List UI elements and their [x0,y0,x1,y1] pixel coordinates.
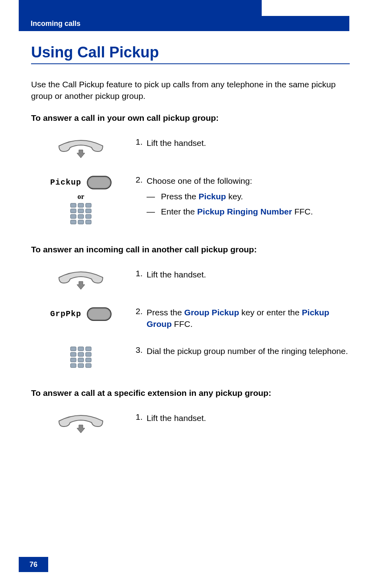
svg-rect-12 [78,220,84,224]
step-text: Choose one of the following: — Press the… [147,175,350,220]
dash: — [147,206,161,217]
step-row: GrpPkp 2. Press the Group Pickup key or … [31,307,350,330]
step-row: Pickup or 2. Choose one of the following… [31,175,350,225]
icon-column [31,269,131,291]
step-number: 1. [131,412,147,422]
step-row: 1. Lift the handset. [31,412,350,435]
or-separator: or [78,193,84,201]
svg-rect-20 [78,352,84,356]
sub-text: Enter the Pickup Ringing Number FFC. [161,206,350,217]
svg-rect-17 [78,347,84,351]
softkey-row: GrpPkp [50,307,112,321]
page-title: Using Call Pickup [31,44,350,64]
svg-rect-10 [86,214,91,218]
svg-rect-11 [71,220,76,224]
key-name: Group Pickup [184,308,239,317]
sub-item: — Press the Pickup key. [147,191,350,202]
svg-rect-21 [86,352,91,356]
step-text: Dial the pickup group number of the ring… [147,345,350,357]
svg-rect-18 [86,347,91,351]
softkey-label: GrpPkp [50,309,81,319]
svg-rect-16 [71,347,76,351]
svg-rect-2 [71,203,76,207]
step-number: 3. [131,345,147,355]
section3-heading: To answer a call at a specific extension… [31,388,350,398]
svg-rect-3 [78,203,84,207]
sub-text: Press the Pickup key. [161,191,350,202]
svg-rect-15 [88,309,110,319]
step-text: Press the Group Pickup key or enter the … [147,307,350,330]
icon-column: Pickup or [31,175,131,225]
step-number: 1. [131,269,147,278]
step-row: 1. Lift the handset. [31,137,350,160]
svg-rect-8 [71,214,76,218]
header-tab [19,0,262,16]
step-row: 1. Lift the handset. [31,269,350,291]
key-name: Pickup [199,192,226,201]
svg-rect-13 [86,220,91,224]
svg-rect-24 [86,358,91,362]
softkey-button-icon [87,307,112,321]
icon-column [31,137,131,160]
svg-rect-25 [71,364,76,368]
step-text: Lift the handset. [147,269,350,280]
sub-item: — Enter the Pickup Ringing Number FFC. [147,206,350,217]
handset-icon [55,269,107,291]
svg-rect-7 [86,209,91,213]
step-number: 2. [131,175,147,185]
page-number: 76 [19,557,48,572]
svg-rect-19 [71,352,76,356]
key-name: Pickup Ringing Number [197,207,292,216]
step-intro: Choose one of the following: [147,176,252,185]
section2-heading: To answer an incoming call in another ca… [31,245,350,254]
svg-rect-1 [88,177,110,188]
icon-column [31,345,131,368]
svg-rect-9 [78,214,84,218]
svg-rect-4 [86,203,91,207]
svg-rect-22 [71,358,76,362]
icon-column: GrpPkp [31,307,131,321]
content-area: Using Call Pickup Use the Call Pickup fe… [31,44,350,450]
step-number: 1. [131,137,147,147]
svg-rect-6 [78,209,84,213]
softkey-label: Pickup [50,178,81,187]
svg-rect-5 [71,209,76,213]
handset-icon [55,413,107,435]
intro-text: Use the Call Pickup feature to pick up c… [31,79,350,102]
step-row: 3. Dial the pickup group number of the r… [31,345,350,368]
svg-rect-27 [86,364,91,368]
step-text: Lift the handset. [147,137,350,149]
keypad-icon [70,346,92,368]
softkey-button-icon [87,176,112,189]
svg-rect-26 [78,364,84,368]
sub-list: — Press the Pickup key. — Enter the Pick… [147,191,350,217]
handset-icon [55,138,107,160]
header-bar: Incoming calls [19,16,349,31]
step-number: 2. [131,307,147,316]
icon-column [31,412,131,435]
svg-rect-23 [78,358,84,362]
dash: — [147,191,161,202]
section-name: Incoming calls [31,20,80,28]
keypad-icon [70,203,92,225]
step-text: Lift the handset. [147,412,350,424]
softkey-row: Pickup [50,176,112,189]
section1-heading: To answer a call in your own call pickup… [31,113,350,123]
